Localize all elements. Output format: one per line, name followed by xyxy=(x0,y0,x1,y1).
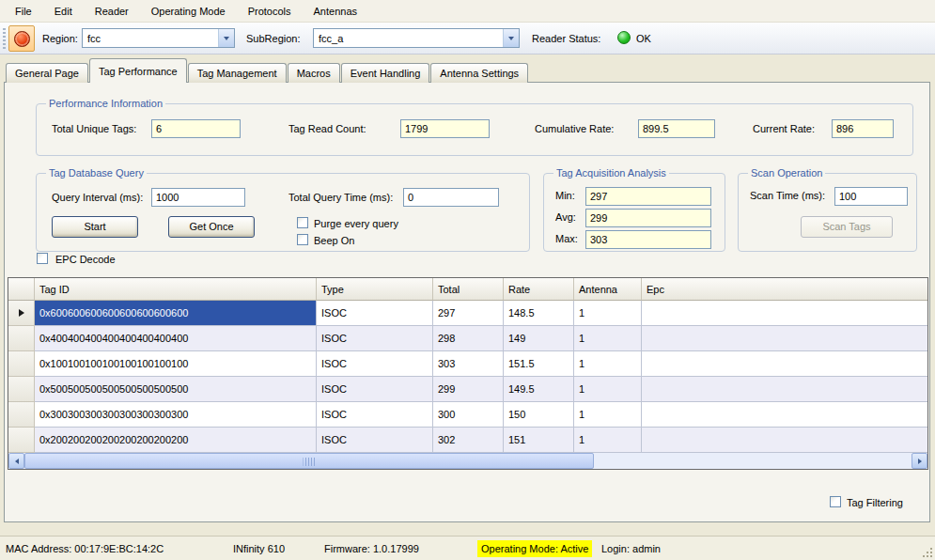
cell-antenna[interactable]: 1 xyxy=(574,402,642,428)
query-interval-field[interactable]: 1000 xyxy=(151,188,245,207)
cell-tag-id[interactable]: 0x100100100100100100100100 xyxy=(35,351,317,377)
column-header-tag-id[interactable]: Tag ID xyxy=(35,278,317,301)
subregion-dropdown-button[interactable] xyxy=(503,29,519,47)
row-selector[interactable] xyxy=(8,301,35,326)
cell-tag-id[interactable]: 0x600600600600600600600600 xyxy=(35,301,317,326)
max-field[interactable]: 303 xyxy=(585,230,711,249)
cell-type[interactable]: ISOC xyxy=(317,301,433,326)
cell-epc[interactable] xyxy=(642,402,927,428)
cell-rate[interactable]: 149 xyxy=(504,326,574,351)
cell-rate[interactable]: 149.5 xyxy=(504,377,574,402)
cell-total[interactable]: 303 xyxy=(433,351,504,377)
cell-rate[interactable]: 151.5 xyxy=(504,351,574,377)
column-header-rate[interactable]: Rate xyxy=(504,278,574,301)
purge-every-query-label[interactable]: Purge every query xyxy=(314,218,398,229)
menu-item-protocols[interactable]: Protocols xyxy=(237,1,303,22)
cell-antenna[interactable]: 1 xyxy=(574,301,642,326)
column-header-total[interactable]: Total xyxy=(433,278,504,301)
row-selector[interactable] xyxy=(8,351,35,377)
cell-rate[interactable]: 150 xyxy=(504,402,574,428)
cumulative-rate-field[interactable]: 899.5 xyxy=(638,119,715,138)
tag-filtering-label[interactable]: Tag Filtering xyxy=(847,497,903,508)
beep-on-label[interactable]: Beep On xyxy=(314,235,354,246)
table-row[interactable]: 0x100100100100100100100100 ISOC 303 151.… xyxy=(8,351,927,377)
region-combobox[interactable]: fcc xyxy=(82,28,235,48)
cell-total[interactable]: 302 xyxy=(433,428,504,453)
beep-on-checkbox[interactable] xyxy=(297,234,308,245)
cell-type[interactable]: ISOC xyxy=(317,377,433,402)
reader-connect-button[interactable] xyxy=(8,25,35,52)
cell-total[interactable]: 300 xyxy=(433,402,504,428)
table-row[interactable]: 0x600600600600600600600600 ISOC 297 148.… xyxy=(8,301,927,326)
menu-item-file[interactable]: File xyxy=(4,1,43,22)
epc-decode-label[interactable]: EPC Decode xyxy=(55,254,116,265)
menu-item-antennas[interactable]: Antennas xyxy=(303,1,368,22)
cell-type[interactable]: ISOC xyxy=(317,428,433,453)
grid-corner-cell[interactable] xyxy=(8,278,35,301)
tab-tag-performance[interactable]: Tag Performance xyxy=(89,58,187,83)
cell-total[interactable]: 297 xyxy=(433,301,504,326)
cell-tag-id[interactable]: 0x300300300300300300300300 xyxy=(35,402,317,428)
column-header-antenna[interactable]: Antenna xyxy=(574,278,642,301)
tag-read-count-field[interactable]: 1799 xyxy=(400,119,490,138)
cell-epc[interactable] xyxy=(642,351,927,377)
cell-type[interactable]: ISOC xyxy=(317,351,433,377)
column-header-type[interactable]: Type xyxy=(317,278,433,301)
row-selector[interactable] xyxy=(8,402,35,428)
table-row[interactable]: 0x200200200200200200200200 ISOC 302 151 … xyxy=(8,428,927,453)
scroll-right-button[interactable] xyxy=(912,453,927,469)
purge-every-query-checkbox[interactable] xyxy=(297,217,308,228)
cell-epc[interactable] xyxy=(642,377,927,402)
tab-antenna-settings[interactable]: Antenna Settings xyxy=(430,63,528,83)
table-row[interactable]: 0x300300300300300300300300 ISOC 300 150 … xyxy=(8,402,927,428)
scan-time-field[interactable]: 100 xyxy=(834,187,908,206)
scan-tags-button[interactable]: Scan Tags xyxy=(801,216,893,238)
current-rate-field[interactable]: 896 xyxy=(832,119,894,138)
cell-rate[interactable]: 151 xyxy=(504,428,574,453)
scrollbar-track[interactable] xyxy=(594,453,912,469)
cell-total[interactable]: 298 xyxy=(433,326,504,351)
start-button[interactable]: Start xyxy=(52,216,138,238)
tab-macros[interactable]: Macros xyxy=(288,63,340,83)
menu-item-operating-mode[interactable]: Operating Mode xyxy=(140,1,237,22)
row-selector[interactable] xyxy=(8,326,35,351)
region-dropdown-button[interactable] xyxy=(218,29,234,47)
scrollbar-thumb[interactable] xyxy=(24,453,594,469)
total-unique-tags-field[interactable]: 6 xyxy=(151,119,241,138)
cell-epc[interactable] xyxy=(642,326,927,351)
cell-type[interactable]: ISOC xyxy=(317,326,433,351)
cell-epc[interactable] xyxy=(642,301,927,326)
cell-tag-id[interactable]: 0x500500500500500500500500 xyxy=(35,377,317,402)
avg-field[interactable]: 299 xyxy=(585,209,711,227)
tab-general-page[interactable]: General Page xyxy=(6,63,88,83)
cell-tag-id[interactable]: 0x400400400400400400400400 xyxy=(35,326,317,351)
subregion-combobox[interactable]: fcc_a xyxy=(313,28,520,48)
cell-total[interactable]: 299 xyxy=(433,377,504,402)
cell-rate[interactable]: 148.5 xyxy=(504,301,574,326)
cell-epc[interactable] xyxy=(642,428,927,453)
cell-antenna[interactable]: 1 xyxy=(574,377,642,402)
toolbar-grip[interactable] xyxy=(3,28,6,49)
tab-tag-management[interactable]: Tag Management xyxy=(188,63,287,83)
tab-event-handling[interactable]: Event Handling xyxy=(341,63,430,83)
resize-grip[interactable] xyxy=(920,545,932,557)
get-once-button[interactable]: Get Once xyxy=(168,216,255,238)
epc-decode-checkbox[interactable] xyxy=(37,253,48,264)
cell-antenna[interactable]: 1 xyxy=(574,428,642,453)
scroll-left-button[interactable] xyxy=(8,453,24,469)
row-selector[interactable] xyxy=(8,428,35,453)
cell-type[interactable]: ISOC xyxy=(317,402,433,428)
cell-antenna[interactable]: 1 xyxy=(574,326,642,351)
tag-filtering-checkbox[interactable] xyxy=(830,496,841,507)
total-query-time-field[interactable]: 0 xyxy=(403,188,499,207)
menu-item-edit[interactable]: Edit xyxy=(43,1,84,22)
min-field[interactable]: 297 xyxy=(585,187,711,206)
column-header-epc[interactable]: Epc xyxy=(642,278,927,301)
row-selector[interactable] xyxy=(8,377,35,402)
cell-tag-id[interactable]: 0x200200200200200200200200 xyxy=(35,428,317,453)
table-row[interactable]: 0x400400400400400400400400 ISOC 298 149 … xyxy=(8,326,927,351)
table-row[interactable]: 0x500500500500500500500500 ISOC 299 149.… xyxy=(8,377,927,402)
cell-antenna[interactable]: 1 xyxy=(574,351,642,377)
menu-item-reader[interactable]: Reader xyxy=(84,1,140,22)
horizontal-scrollbar[interactable] xyxy=(8,453,927,469)
